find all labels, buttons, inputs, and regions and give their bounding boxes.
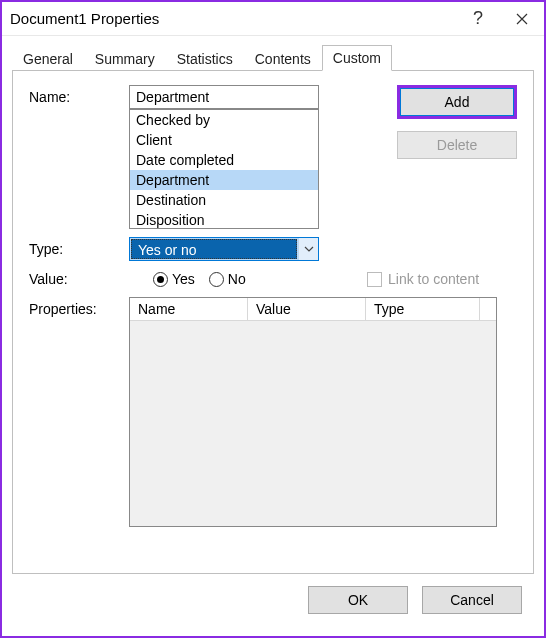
name-input[interactable] — [129, 85, 319, 109]
delete-button: Delete — [397, 131, 517, 159]
properties-label: Properties: — [29, 297, 129, 317]
close-icon — [516, 13, 528, 25]
name-listbox[interactable]: Checked by Client Date completed Departm… — [129, 109, 319, 229]
value-radio-group: Yes No — [129, 269, 270, 289]
value-label: Value: — [29, 271, 129, 287]
list-item[interactable]: Department — [130, 170, 318, 190]
ok-button[interactable]: OK — [308, 586, 408, 614]
chevron-down-icon — [298, 238, 318, 260]
titlebar: Document1 Properties ? — [2, 2, 544, 36]
tab-panel-custom: Name: Checked by Client Date completed D… — [12, 70, 534, 574]
checkbox-label: Link to content — [388, 271, 479, 287]
list-item[interactable]: Disposition — [130, 210, 318, 229]
table-body — [130, 321, 496, 526]
type-label: Type: — [29, 241, 129, 257]
dialog-content: General Summary Statistics Contents Cust… — [2, 36, 544, 636]
checkbox-icon — [367, 272, 382, 287]
radio-icon — [153, 272, 168, 287]
list-item[interactable]: Destination — [130, 190, 318, 210]
help-icon: ? — [473, 8, 483, 29]
tab-contents[interactable]: Contents — [244, 46, 322, 71]
value-radio-no[interactable]: No — [209, 271, 246, 287]
close-button[interactable] — [500, 2, 544, 36]
properties-table[interactable]: Name Value Type — [129, 297, 497, 527]
tabstrip: General Summary Statistics Contents Cust… — [12, 44, 534, 70]
tab-general[interactable]: General — [12, 46, 84, 71]
col-value[interactable]: Value — [248, 298, 366, 320]
name-label: Name: — [29, 85, 129, 105]
dialog-buttons: OK Cancel — [12, 574, 534, 626]
table-header: Name Value Type — [130, 298, 496, 321]
tab-custom[interactable]: Custom — [322, 45, 392, 71]
window-title: Document1 Properties — [10, 10, 456, 27]
tab-summary[interactable]: Summary — [84, 46, 166, 71]
value-radio-yes[interactable]: Yes — [153, 271, 195, 287]
col-end — [480, 298, 496, 320]
add-button[interactable]: Add — [397, 85, 517, 119]
list-item[interactable]: Date completed — [130, 150, 318, 170]
col-name[interactable]: Name — [130, 298, 248, 320]
help-button[interactable]: ? — [456, 2, 500, 36]
properties-dialog: Document1 Properties ? General Summary S… — [0, 0, 546, 638]
type-value: Yes or no — [131, 239, 297, 259]
col-type[interactable]: Type — [366, 298, 480, 320]
link-to-content-checkbox: Link to content — [367, 271, 517, 287]
list-item[interactable]: Checked by — [130, 110, 318, 130]
radio-icon — [209, 272, 224, 287]
radio-label: Yes — [172, 271, 195, 287]
cancel-button[interactable]: Cancel — [422, 586, 522, 614]
type-combobox[interactable]: Yes or no — [129, 237, 319, 261]
list-item[interactable]: Client — [130, 130, 318, 150]
radio-label: No — [228, 271, 246, 287]
tab-statistics[interactable]: Statistics — [166, 46, 244, 71]
